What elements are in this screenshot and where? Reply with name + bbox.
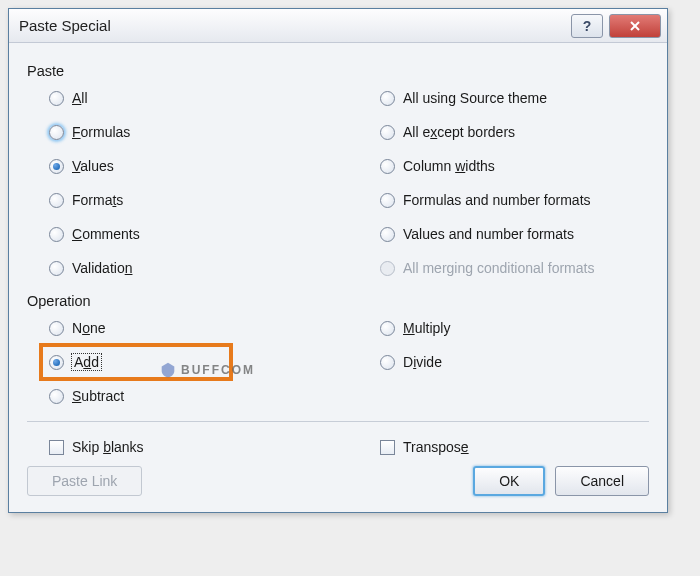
paste-formulas-nf-label: Formulas and number formats <box>403 192 591 208</box>
highlight-box <box>39 343 233 381</box>
paste-all-theme-label: All using Source theme <box>403 90 547 106</box>
operation-none-row[interactable]: None <box>49 317 338 339</box>
paste-col-widths-radio[interactable] <box>380 159 395 174</box>
check-options: Skip blanks Transpose <box>27 436 649 458</box>
paste-except-borders-row[interactable]: All except borders <box>380 121 669 143</box>
ok-button[interactable]: OK <box>473 466 545 496</box>
operation-group-label: Operation <box>27 293 649 309</box>
paste-values-label: Values <box>72 158 114 174</box>
transpose-checkbox[interactable] <box>380 440 395 455</box>
paste-values-nf-radio[interactable] <box>380 227 395 242</box>
help-button[interactable]: ? <box>571 14 603 38</box>
paste-values-nf-row[interactable]: Values and number formats <box>380 223 669 245</box>
paste-all-label: All <box>72 90 88 106</box>
skip-blanks-label: Skip blanks <box>72 439 144 455</box>
close-icon <box>628 19 642 33</box>
transpose-label: Transpose <box>403 439 469 455</box>
dialog-title: Paste Special <box>19 17 111 34</box>
operation-divide-radio[interactable] <box>380 355 395 370</box>
window-controls: ? <box>571 9 667 42</box>
operation-add-label: Add <box>72 354 101 370</box>
operation-none-radio[interactable] <box>49 321 64 336</box>
operation-subtract-label: Subtract <box>72 388 124 404</box>
paste-values-radio[interactable] <box>49 159 64 174</box>
footer: Paste Link OK Cancel <box>27 466 649 496</box>
operation-multiply-row[interactable]: Multiply <box>380 317 669 339</box>
paste-formulas-row[interactable]: Formulas <box>49 121 338 143</box>
paste-formulas-label: Formulas <box>72 124 130 140</box>
paste-all-radio[interactable] <box>49 91 64 106</box>
paste-merge-cond-label: All merging conditional formats <box>403 260 594 276</box>
operation-add-row[interactable]: Add <box>49 351 338 373</box>
paste-special-dialog: Paste Special ? Paste AllFormulasValuesF… <box>8 8 668 513</box>
paste-options: AllFormulasValuesFormatsCommentsValidati… <box>27 87 649 279</box>
titlebar: Paste Special ? <box>9 9 667 43</box>
dialog-body: Paste AllFormulasValuesFormatsCommentsVa… <box>9 43 667 512</box>
paste-formats-label: Formats <box>72 192 123 208</box>
paste-comments-label: Comments <box>72 226 140 242</box>
paste-formats-row[interactable]: Formats <box>49 189 338 211</box>
paste-link-button[interactable]: Paste Link <box>27 466 142 496</box>
close-button[interactable] <box>609 14 661 38</box>
paste-merge-cond-radio <box>380 261 395 276</box>
paste-formulas-nf-row[interactable]: Formulas and number formats <box>380 189 669 211</box>
paste-except-borders-radio[interactable] <box>380 125 395 140</box>
skip-blanks-row[interactable]: Skip blanks <box>49 436 338 458</box>
operation-divide-row[interactable]: Divide <box>380 351 669 373</box>
skip-blanks-checkbox[interactable] <box>49 440 64 455</box>
paste-comments-row[interactable]: Comments <box>49 223 338 245</box>
paste-all-row[interactable]: All <box>49 87 338 109</box>
transpose-row[interactable]: Transpose <box>380 436 669 458</box>
operation-options: NoneAddSubtract MultiplyDivide <box>27 317 649 407</box>
paste-col-widths-label: Column widths <box>403 158 495 174</box>
cancel-button[interactable]: Cancel <box>555 466 649 496</box>
operation-multiply-label: Multiply <box>403 320 450 336</box>
operation-multiply-radio[interactable] <box>380 321 395 336</box>
paste-col-widths-row[interactable]: Column widths <box>380 155 669 177</box>
paste-formulas-radio[interactable] <box>49 125 64 140</box>
paste-group-label: Paste <box>27 63 649 79</box>
operation-subtract-radio[interactable] <box>49 389 64 404</box>
paste-validation-radio[interactable] <box>49 261 64 276</box>
paste-all-theme-row[interactable]: All using Source theme <box>380 87 669 109</box>
operation-add-radio[interactable] <box>49 355 64 370</box>
paste-merge-cond-row: All merging conditional formats <box>380 257 669 279</box>
paste-comments-radio[interactable] <box>49 227 64 242</box>
operation-none-label: None <box>72 320 106 336</box>
paste-validation-label: Validation <box>72 260 132 276</box>
operation-subtract-row[interactable]: Subtract <box>49 385 338 407</box>
paste-validation-row[interactable]: Validation <box>49 257 338 279</box>
paste-values-nf-label: Values and number formats <box>403 226 574 242</box>
separator <box>27 421 649 422</box>
operation-divide-label: Divide <box>403 354 442 370</box>
help-icon: ? <box>583 18 592 34</box>
paste-all-theme-radio[interactable] <box>380 91 395 106</box>
paste-except-borders-label: All except borders <box>403 124 515 140</box>
paste-formulas-nf-radio[interactable] <box>380 193 395 208</box>
paste-formats-radio[interactable] <box>49 193 64 208</box>
paste-values-row[interactable]: Values <box>49 155 338 177</box>
